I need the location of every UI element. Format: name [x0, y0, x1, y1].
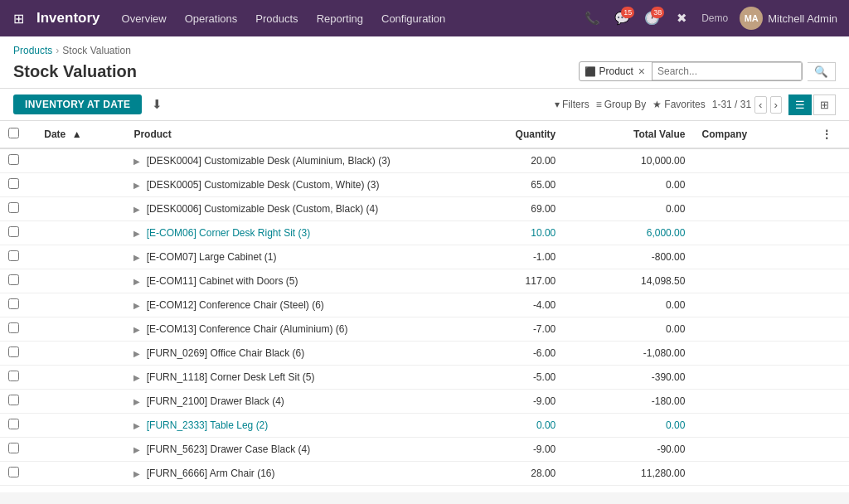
- date-cell: [36, 366, 125, 390]
- expand-arrow[interactable]: ▶: [133, 469, 140, 478]
- row-checkbox-cell: [0, 366, 36, 390]
- row-menu-cell: [813, 414, 849, 438]
- date-cell: [36, 148, 125, 173]
- company-cell: [693, 293, 813, 317]
- row-checkbox[interactable]: [8, 298, 19, 309]
- expand-arrow[interactable]: ▶: [133, 157, 140, 166]
- list-view-button[interactable]: ☰: [788, 94, 812, 115]
- app-grid-icon[interactable]: ⊞: [7, 7, 30, 30]
- next-page-button[interactable]: ›: [770, 96, 782, 114]
- expand-arrow[interactable]: ▶: [133, 445, 140, 454]
- product-column-header[interactable]: Product: [125, 121, 464, 148]
- table-row: ▶ [FURN_2100] Drawer Black (4) -9.00 -18…: [0, 390, 849, 414]
- search-button[interactable]: 🔍: [808, 62, 836, 81]
- row-menu-cell: [813, 148, 849, 173]
- nav-overview[interactable]: Overview: [114, 9, 175, 28]
- row-checkbox[interactable]: [8, 467, 19, 477]
- product-cell: ▶ [FURN_2333] Table Leg (2): [125, 414, 464, 438]
- phone-icon[interactable]: 📞: [579, 5, 605, 32]
- activity-badge: 38: [651, 7, 664, 18]
- row-checkbox[interactable]: [8, 395, 19, 405]
- inventory-at-date-button[interactable]: INVENTORY AT DATE: [13, 94, 142, 114]
- total-value-cell: 0.00: [564, 197, 693, 221]
- prev-page-button[interactable]: ‹: [754, 96, 766, 114]
- product-name: [FURN_1118] Corner Desk Left Sit (5): [147, 371, 315, 383]
- activity-icon[interactable]: 🕐 38: [638, 5, 665, 32]
- star-icon: ★: [653, 99, 662, 110]
- product-name: [DESK0004] Customizable Desk (Aluminium,…: [147, 155, 391, 167]
- date-cell: [36, 462, 125, 486]
- row-checkbox-cell: [0, 197, 36, 221]
- expand-arrow[interactable]: ▶: [133, 325, 140, 334]
- row-checkbox[interactable]: [8, 250, 19, 261]
- total-value-cell: 6,000.00: [564, 221, 693, 245]
- date-cell: [36, 317, 125, 342]
- product-cell: ▶ [DESK0006] Customizable Desk (Custom, …: [125, 197, 464, 221]
- download-button[interactable]: ⬇: [148, 94, 166, 115]
- product-name: [FURN_2333] Table Leg (2): [147, 419, 269, 431]
- company-cell: [693, 438, 813, 462]
- expand-arrow[interactable]: ▶: [133, 349, 140, 358]
- company-cell: [693, 197, 813, 221]
- expand-arrow[interactable]: ▶: [133, 397, 140, 406]
- pagination: 1-31 / 31 ‹ ›: [712, 96, 782, 114]
- nav-reporting[interactable]: Reporting: [308, 9, 371, 28]
- expand-arrow[interactable]: ▶: [133, 229, 140, 238]
- settings-icon[interactable]: ✖: [668, 5, 695, 32]
- product-cell: ▶ [FURN_1118] Corner Desk Left Sit (5): [125, 366, 464, 390]
- product-name: [FURN_0269] Office Chair Black (6): [147, 347, 305, 359]
- row-checkbox[interactable]: [8, 178, 19, 189]
- company-cell: [693, 148, 813, 173]
- row-checkbox[interactable]: [8, 274, 19, 285]
- filters-button[interactable]: ▾ Filters: [555, 99, 589, 110]
- row-checkbox-cell: [0, 173, 36, 197]
- company-cell: [693, 366, 813, 390]
- date-cell: [36, 414, 125, 438]
- company-column-header[interactable]: Company: [693, 121, 813, 148]
- expand-arrow[interactable]: ▶: [133, 253, 140, 262]
- table-row: ▶ [E-COM12] Conference Chair (Steel) (6)…: [0, 293, 849, 317]
- row-checkbox[interactable]: [8, 226, 19, 237]
- user-menu[interactable]: MA Mitchell Admin: [735, 7, 842, 30]
- row-checkbox[interactable]: [8, 202, 19, 213]
- expand-arrow[interactable]: ▶: [133, 421, 140, 430]
- row-checkbox[interactable]: [8, 346, 19, 357]
- table-row: ▶ [E-COM13] Conference Chair (Aluminium)…: [0, 317, 849, 342]
- row-checkbox[interactable]: [8, 322, 19, 333]
- breadcrumb-parent[interactable]: Products: [13, 45, 52, 56]
- expand-arrow[interactable]: ▶: [133, 301, 140, 310]
- row-checkbox[interactable]: [8, 443, 19, 453]
- expand-arrow[interactable]: ▶: [133, 205, 140, 214]
- expand-arrow[interactable]: ▶: [133, 277, 140, 286]
- total-value-cell: 0.00: [564, 414, 693, 438]
- date-column-header[interactable]: Date ▲: [36, 121, 125, 148]
- expand-arrow[interactable]: ▶: [133, 373, 140, 382]
- row-menu-cell: [813, 317, 849, 342]
- chat-icon[interactable]: 💬 15: [609, 5, 635, 32]
- toolbar: INVENTORY AT DATE ⬇ ▾ Filters ≡ Group By…: [0, 89, 849, 121]
- breadcrumb: Products › Stock Valuation: [13, 45, 836, 56]
- quantity-column-header[interactable]: Quantity: [464, 121, 564, 148]
- favorites-button[interactable]: ★ Favorites: [653, 99, 705, 110]
- select-all-checkbox[interactable]: [8, 128, 19, 138]
- product-name: [E-COM06] Corner Desk Right Sit (3): [147, 227, 310, 239]
- search-input[interactable]: [653, 62, 802, 80]
- nav-products[interactable]: Products: [247, 9, 306, 28]
- grid-view-button[interactable]: ⊞: [813, 94, 836, 115]
- total-value-cell: 11,280.00: [564, 462, 693, 486]
- nav-operations[interactable]: Operations: [177, 9, 246, 28]
- date-cell: [36, 221, 125, 245]
- group-by-button[interactable]: ≡ Group By: [596, 99, 647, 110]
- remove-filter-button[interactable]: ×: [637, 65, 647, 78]
- expand-arrow[interactable]: ▶: [133, 181, 140, 190]
- table-options-header[interactable]: ⋮: [813, 121, 849, 148]
- row-checkbox[interactable]: [8, 371, 19, 381]
- row-checkbox-cell: [0, 414, 36, 438]
- product-name: [FURN_6666] Arm Chair (16): [147, 468, 275, 479]
- company-cell: [693, 414, 813, 438]
- row-checkbox[interactable]: [8, 419, 19, 429]
- total-value-column-header[interactable]: Total Value: [564, 121, 693, 148]
- row-checkbox[interactable]: [8, 154, 19, 165]
- nav-configuration[interactable]: Configuration: [373, 9, 454, 28]
- row-checkbox-cell: [0, 269, 36, 293]
